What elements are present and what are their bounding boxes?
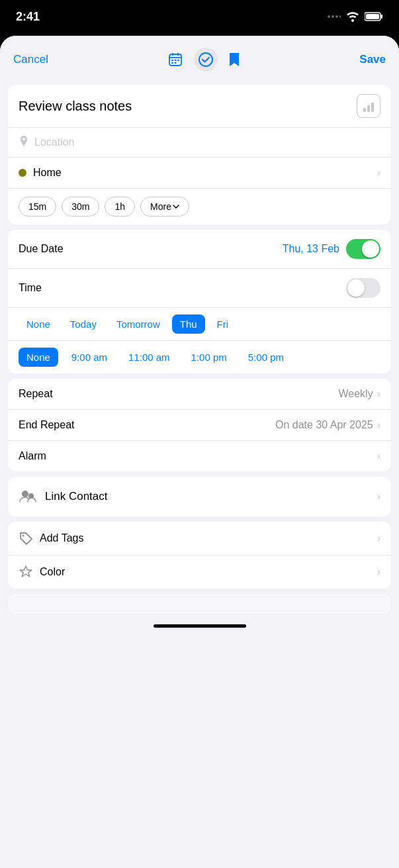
svg-rect-10 [177, 53, 179, 56]
link-contact-chevron-icon: › [377, 491, 380, 503]
time-1pm-button[interactable]: 1:00 pm [183, 348, 235, 367]
svg-point-16 [199, 53, 212, 66]
repeat-chevron-icon: › [377, 388, 380, 400]
location-row[interactable]: Location [8, 128, 391, 158]
home-indicator [154, 624, 246, 628]
status-icons [328, 11, 383, 22]
quick-time-more[interactable]: More [140, 197, 189, 217]
svg-rect-15 [175, 62, 177, 64]
calendar-home-row[interactable]: Home › [8, 158, 391, 189]
svg-rect-12 [175, 60, 177, 61]
calendar-icon [167, 52, 183, 68]
svg-rect-5 [381, 15, 383, 19]
end-repeat-value: On date 30 Apr 2025 [275, 419, 373, 431]
svg-rect-9 [172, 53, 173, 56]
svg-rect-6 [366, 14, 379, 19]
alarm-chevron-icon: › [377, 450, 380, 462]
more-label: More [150, 201, 171, 212]
toggle-knob [362, 240, 379, 258]
end-repeat-value-container: On date 30 Apr 2025 › [275, 419, 380, 431]
calendar-name: Home [33, 167, 62, 179]
color-icon [19, 565, 33, 579]
time-toggle[interactable] [346, 278, 380, 298]
svg-point-0 [328, 15, 330, 18]
end-repeat-left: End Repeat [19, 419, 75, 431]
repeat-value-container: Weekly › [339, 388, 381, 400]
color-left: Color [19, 565, 65, 579]
day-thu-button[interactable]: Thu [172, 314, 205, 334]
calendar-chevron-icon: › [377, 167, 380, 179]
time-none-button[interactable]: None [19, 348, 58, 367]
alarm-label: Alarm [19, 450, 46, 462]
link-contact-label: Link Contact [45, 490, 108, 503]
due-date-toggle[interactable] [346, 239, 380, 259]
quick-time-1h[interactable]: 1h [105, 197, 135, 217]
top-nav: Cancel [0, 36, 399, 79]
task-view-button[interactable] [194, 48, 218, 72]
due-date-row: Due Date Thu, 13 Feb [8, 230, 391, 269]
alarm-row[interactable]: Alarm › [8, 441, 391, 471]
link-contact-left: Link Contact [19, 487, 108, 506]
time-selector: None 9:00 am 11:00 am 1:00 pm 5:00 pm [8, 341, 391, 373]
link-contact-icon [19, 487, 37, 506]
time-toggle-knob [347, 279, 365, 297]
add-tags-left: Add Tags [19, 531, 83, 546]
alarm-left: Alarm [19, 450, 46, 462]
signal-icon [328, 13, 341, 21]
link-contact-row[interactable]: Link Contact › [8, 477, 391, 516]
color-label: Color [40, 566, 65, 578]
svg-point-1 [332, 15, 334, 18]
end-repeat-row[interactable]: End Repeat On date 30 Apr 2025 › [8, 410, 391, 441]
quick-time-row: 15m 30m 1h More [8, 189, 391, 224]
svg-point-17 [22, 491, 28, 497]
time-row: Time [8, 269, 391, 308]
nav-icons [167, 48, 240, 72]
time-9am-button[interactable]: 9:00 am [64, 348, 115, 367]
alarm-value-container: › [377, 450, 380, 462]
repeat-row[interactable]: Repeat Weekly › [8, 379, 391, 410]
wifi-icon [346, 11, 359, 22]
due-date-value[interactable]: Thu, 13 Feb [283, 243, 339, 255]
svg-point-19 [22, 535, 24, 537]
battery-icon [365, 12, 383, 21]
due-date-section: Due Date Thu, 13 Feb Time None Today Tom… [8, 230, 391, 373]
day-tomorrow-button[interactable]: Tomorrow [109, 314, 168, 334]
location-icon [19, 136, 29, 149]
svg-rect-13 [177, 60, 179, 61]
bookmark-view-button[interactable] [228, 52, 240, 68]
priority-button[interactable] [357, 94, 380, 118]
checkmark-icon [199, 52, 213, 67]
repeat-label: Repeat [19, 388, 53, 400]
calendar-view-button[interactable] [167, 52, 183, 68]
svg-point-3 [339, 15, 341, 18]
svg-point-2 [335, 15, 338, 18]
main-card: Cancel [0, 36, 399, 868]
time-5pm-button[interactable]: 5:00 pm [240, 348, 292, 367]
save-button[interactable]: Save [359, 53, 386, 66]
task-title[interactable]: Review class notes [19, 99, 357, 114]
end-repeat-chevron-icon: › [377, 419, 380, 431]
repeat-section: Repeat Weekly › End Repeat On date 30 Ap… [8, 379, 391, 471]
status-time: 2:41 [16, 10, 40, 24]
bookmark-icon [228, 52, 240, 68]
link-contact-section: Link Contact › [8, 477, 391, 516]
day-none-button[interactable]: None [19, 314, 58, 334]
tags-color-section: Add Tags › Color › [8, 522, 391, 589]
tag-icon [19, 531, 33, 546]
time-label: Time [19, 282, 42, 294]
color-row[interactable]: Color › [8, 555, 391, 589]
add-tags-row[interactable]: Add Tags › [8, 522, 391, 555]
due-date-right: Thu, 13 Feb [283, 239, 380, 259]
time-11am-button[interactable]: 11:00 am [120, 348, 178, 367]
day-fri-button[interactable]: Fri [209, 314, 237, 334]
location-input[interactable]: Location [34, 136, 75, 148]
quick-time-15m[interactable]: 15m [19, 197, 56, 217]
title-row: Review class notes [8, 85, 391, 128]
add-tags-chevron-icon: › [377, 532, 380, 544]
svg-rect-14 [171, 62, 173, 64]
cancel-button[interactable]: Cancel [13, 53, 48, 66]
day-today-button[interactable]: Today [62, 314, 105, 334]
day-selector: None Today Tomorrow Thu Fri [8, 308, 391, 341]
quick-time-30m[interactable]: 30m [62, 197, 99, 217]
due-date-label: Due Date [19, 243, 64, 255]
